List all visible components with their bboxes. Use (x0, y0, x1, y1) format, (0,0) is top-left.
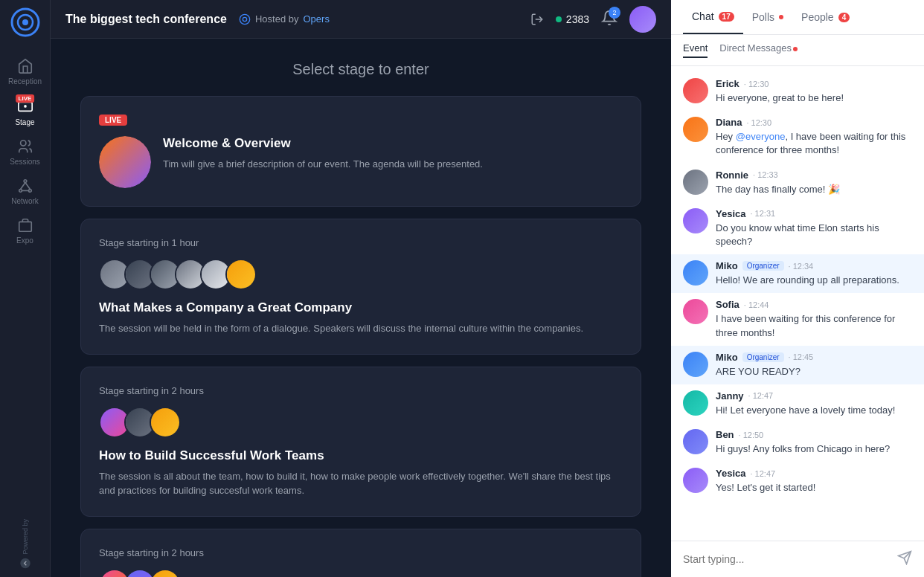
card-4-speakers (99, 569, 623, 578)
msg-header: Ben · 12:50 (716, 429, 912, 440)
msg-text: Hi guys! Any folks from Chicago in here? (716, 442, 912, 456)
sidebar-item-sessions-label: Sessions (10, 158, 40, 166)
send-button[interactable] (897, 550, 912, 568)
msg-name: Yesica (716, 208, 746, 219)
msg-time: · 12:47 (751, 469, 776, 478)
tab-people-label: People (801, 11, 834, 23)
svg-line-9 (20, 182, 25, 189)
msg-time: · 12:34 (789, 262, 814, 271)
tab-polls[interactable]: Polls (743, 0, 792, 34)
notification-badge: 2 (609, 7, 620, 19)
msg-time: · 12:30 (744, 80, 769, 88)
card-4-header: Stage starting in 2 hours (99, 547, 623, 558)
avatar-image (629, 6, 656, 33)
chat-message: Erick · 12:30 Hi everyone, great to be h… (671, 72, 924, 111)
card-1-header: LIVE (99, 115, 623, 126)
msg-name: Janny (716, 390, 744, 402)
card-1-body: Welcome & Overview Tim will give a brief… (99, 136, 623, 188)
svg-point-5 (20, 141, 25, 146)
stage-card-4[interactable]: Stage starting in 2 hours (80, 529, 641, 578)
speaker-c4-2 (124, 569, 155, 578)
sidebar-item-expo[interactable]: Expo (0, 211, 50, 251)
conference-title: The biggest tech conference (65, 13, 227, 26)
organizer-badge: Organizer (742, 352, 784, 362)
card-2-time: Stage starting in 1 hour (99, 237, 199, 248)
sidebar: Reception LIVE Stage Sessions (0, 0, 51, 577)
card-2-title: What Makes a Company a Great Company (99, 300, 623, 315)
hosted-brand: Opers (303, 13, 329, 25)
chat-messages: Erick · 12:30 Hi everyone, great to be h… (671, 66, 924, 541)
card-3-desc: The session is all about the team, how t… (99, 469, 623, 498)
chat-message: Diana · 12:30 Hey @everyone, I have been… (671, 111, 924, 163)
chat-input[interactable] (683, 553, 890, 565)
msg-avatar (683, 78, 708, 103)
attendee-count: 2383 (556, 13, 589, 25)
msg-text: Hello! We are rounding up all preparatio… (716, 274, 912, 287)
msg-content: Miko Organizer · 12:34 Hello! We are rou… (716, 260, 912, 287)
card-3-title: How to Build Successful Work Teams (99, 448, 623, 463)
msg-text: The day has finally come! 🎉 (716, 183, 912, 196)
msg-time: · 12:45 (789, 352, 814, 361)
sidebar-item-network-label: Network (11, 197, 39, 205)
live-badge: LIVE (16, 94, 35, 103)
polls-dot (779, 15, 783, 19)
svg-point-2 (22, 19, 28, 25)
svg-point-16 (243, 17, 246, 21)
msg-header: Yesica · 12:47 (716, 468, 912, 479)
chat-message: Ronnie · 12:33 The day has finally come!… (671, 164, 924, 202)
msg-header: Miko Organizer · 12:45 (716, 352, 912, 363)
msg-content: Erick · 12:30 Hi everyone, great to be h… (716, 78, 912, 105)
msg-text: Hi everyone, great to be here! (716, 91, 912, 105)
stage-card-1[interactable]: LIVE Welcome & Overview Tim will give a … (80, 96, 641, 207)
msg-avatar (683, 429, 708, 454)
msg-time: · 12:31 (751, 209, 776, 218)
exit-button[interactable] (530, 13, 544, 26)
tab-chat[interactable]: Chat 17 (683, 0, 743, 34)
subtab-direct[interactable]: Direct Messages (719, 42, 798, 58)
chat-message: Janny · 12:47 Hi! Let everyone have a lo… (671, 384, 924, 423)
msg-header: Miko Organizer · 12:34 (716, 260, 912, 271)
msg-time: · 12:50 (739, 431, 764, 439)
topbar-right: 2383 2 (530, 6, 656, 33)
svg-line-10 (25, 182, 30, 189)
notification-button[interactable]: 2 (601, 10, 617, 29)
msg-header: Janny · 12:47 (716, 390, 912, 402)
sidebar-item-sessions[interactable]: Sessions (0, 132, 50, 172)
sidebar-item-reception[interactable]: Reception (0, 52, 50, 91)
card-4-time: Stage starting in 2 hours (99, 547, 204, 558)
msg-name: Miko (716, 352, 738, 363)
msg-header: Sofia · 12:44 (716, 299, 912, 310)
msg-text: Hey @everyone, I have been waiting for t… (716, 130, 912, 157)
svg-rect-12 (19, 222, 31, 231)
count-value: 2383 (566, 13, 589, 25)
live-indicator (556, 16, 562, 22)
chat-message: Sofia · 12:44 I have been waiting for th… (671, 293, 924, 345)
msg-avatar (683, 170, 708, 195)
svg-point-4 (24, 105, 27, 108)
subtab-event[interactable]: Event (683, 42, 708, 58)
msg-content: Yesica · 12:31 Do you know what time Elo… (716, 208, 912, 248)
chat-badge: 17 (719, 12, 734, 22)
msg-text: I have been waiting for this conference … (716, 312, 912, 339)
card-2-speakers (99, 259, 623, 290)
sidebar-item-reception-label: Reception (8, 77, 42, 86)
user-avatar[interactable] (629, 6, 656, 33)
msg-header: Ronnie · 12:33 (716, 170, 912, 181)
msg-name: Sofia (716, 299, 739, 310)
msg-avatar (683, 352, 708, 377)
app-logo[interactable] (10, 7, 40, 37)
svg-point-8 (28, 190, 31, 193)
stage-badge: LIVE (17, 97, 33, 115)
msg-content: Sofia · 12:44 I have been waiting for th… (716, 299, 912, 339)
sidebar-item-network[interactable]: Network (0, 172, 50, 211)
msg-header: Diana · 12:30 (716, 117, 912, 128)
stage-card-3[interactable]: Stage starting in 2 hours How to Build S… (80, 367, 641, 517)
msg-header: Erick · 12:30 (716, 78, 912, 89)
stage-card-2[interactable]: Stage starting in 1 hour What Makes a Co… (80, 219, 641, 355)
chat-panel: Chat 17 Polls People 4 Event Direct Mess… (671, 0, 924, 577)
tab-people[interactable]: People 4 (792, 0, 859, 34)
sidebar-item-stage[interactable]: LIVE Stage (0, 91, 50, 132)
speaker-c4-3 (150, 569, 181, 578)
msg-time: · 12:33 (753, 170, 778, 179)
organizer-badge: Organizer (742, 261, 784, 271)
